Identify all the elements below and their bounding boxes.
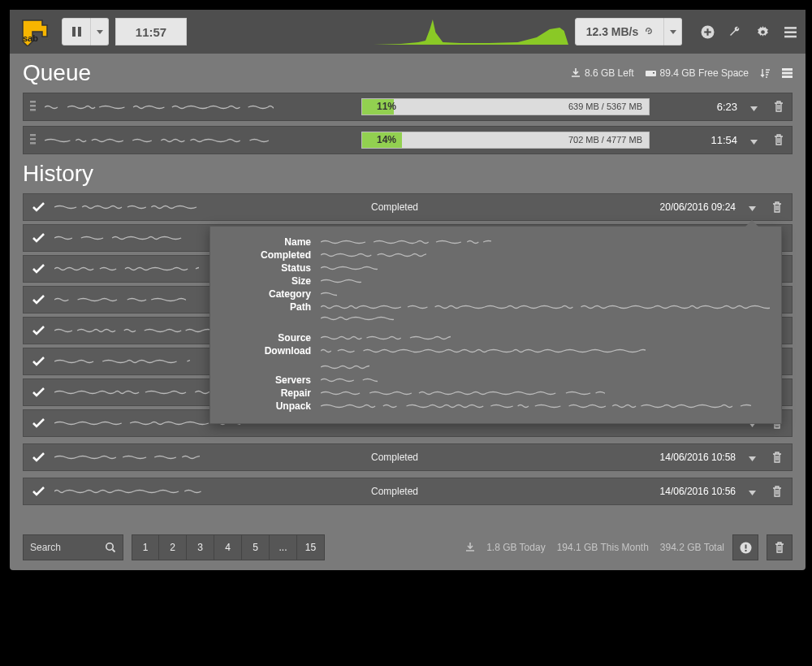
history-item-date: 14/06/2016 10:56 xyxy=(660,486,736,497)
speed-limit-group: 12.3 MB/s xyxy=(575,18,682,45)
check-icon xyxy=(32,484,46,499)
speed-limit-dropdown[interactable] xyxy=(664,18,682,45)
footer-stats: 1.8 GB Today 194.1 GB This Month 394.2 G… xyxy=(465,542,724,553)
clear-history-icon[interactable] xyxy=(767,534,793,560)
svg-point-6 xyxy=(761,30,765,34)
svg-rect-24 xyxy=(745,550,746,551)
page-button[interactable]: 3 xyxy=(187,534,214,560)
speed-limit-button[interactable]: 12.3 MB/s xyxy=(575,18,664,45)
warning-icon[interactable] xyxy=(732,534,758,560)
progress-percent: 11% xyxy=(377,101,396,112)
sort-icon[interactable] xyxy=(760,68,771,79)
history-item-status: Completed xyxy=(371,201,469,213)
page-button[interactable]: 5 xyxy=(242,534,270,560)
view-toggle-icon[interactable] xyxy=(782,68,793,78)
gear-icon[interactable] xyxy=(755,24,770,39)
history-item-status: Completed xyxy=(371,486,469,497)
footer: Search 12345...15 1.8 GB Today 194.1 GB … xyxy=(10,526,806,570)
row-expand-icon[interactable] xyxy=(749,452,758,462)
drag-handle-icon[interactable] xyxy=(30,101,37,114)
row-expand-icon[interactable] xyxy=(749,487,758,496)
page-button[interactable]: ... xyxy=(270,534,297,560)
check-icon xyxy=(32,292,46,307)
queue-row[interactable]: 11% 639 MB / 5367 MB 6:23 xyxy=(23,93,793,121)
pause-button[interactable] xyxy=(62,18,91,45)
check-icon xyxy=(32,450,46,465)
detail-value xyxy=(321,275,770,287)
queue-list: 11% 639 MB / 5367 MB 6:23 14% 702 MB / 4… xyxy=(10,93,806,154)
history-item-name xyxy=(54,452,363,463)
page-button[interactable]: 2 xyxy=(159,534,187,560)
page-button[interactable]: 15 xyxy=(297,534,325,560)
history-item-date: 14/06/2016 10:58 xyxy=(660,452,736,463)
detail-value xyxy=(321,374,770,386)
app-logo: sab xyxy=(18,17,55,46)
svg-rect-9 xyxy=(784,35,797,37)
history-list: Completed 20/06/2016 09:24 xyxy=(10,193,806,513)
queue-free-space: 89.4 GB Free Space xyxy=(646,67,749,79)
delete-icon[interactable] xyxy=(773,101,785,113)
progress-percent: 14% xyxy=(377,134,396,145)
progress-text: 702 MB / 4777 MB xyxy=(568,135,642,145)
svg-rect-8 xyxy=(784,31,797,33)
history-row[interactable]: Completed 20/06/2016 09:24 xyxy=(23,193,793,221)
drag-handle-icon[interactable] xyxy=(30,134,37,147)
detail-value xyxy=(321,332,770,344)
svg-rect-15 xyxy=(30,101,36,103)
check-icon xyxy=(32,385,46,400)
detail-value xyxy=(321,400,770,412)
check-icon xyxy=(32,323,46,338)
page-button[interactable]: 4 xyxy=(214,534,242,560)
wrench-icon[interactable] xyxy=(728,24,742,39)
svg-point-21 xyxy=(106,543,113,550)
progress-text: 639 MB / 5367 MB xyxy=(568,102,642,111)
svg-rect-12 xyxy=(782,68,793,71)
detail-label: Status xyxy=(222,262,311,274)
svg-rect-20 xyxy=(30,142,36,145)
history-item-date: 20/06/2016 09:24 xyxy=(660,201,736,213)
queue-eta: 6:23 xyxy=(693,101,737,113)
pause-options-dropdown[interactable] xyxy=(91,18,109,45)
history-row[interactable]: Completed 14/06/2016 10:58 xyxy=(23,443,793,471)
history-details-panel: NameCompletedStatusSizeCategoryPathSourc… xyxy=(209,226,782,424)
detail-label: Category xyxy=(222,288,311,300)
delete-icon[interactable] xyxy=(771,486,784,498)
history-section-header: History xyxy=(10,154,806,193)
delete-icon[interactable] xyxy=(771,452,784,464)
svg-rect-19 xyxy=(30,138,36,141)
row-expand-icon[interactable] xyxy=(749,202,758,212)
queue-row[interactable]: 14% 702 MB / 4777 MB 11:54 xyxy=(23,126,793,154)
check-icon xyxy=(32,354,46,369)
search-icon xyxy=(105,542,116,553)
delete-icon[interactable] xyxy=(773,134,785,146)
svg-rect-16 xyxy=(30,105,36,107)
history-item-name xyxy=(54,201,363,213)
detail-value xyxy=(321,262,770,274)
delete-icon[interactable] xyxy=(771,201,784,214)
add-icon[interactable] xyxy=(700,24,715,39)
svg-rect-13 xyxy=(782,72,793,75)
svg-rect-7 xyxy=(784,27,797,29)
page-button[interactable]: 1 xyxy=(132,534,159,560)
queue-section-header: Queue 8.6 GB Left 89.4 GB Free Space xyxy=(10,54,806,93)
history-row[interactable]: Completed 14/06/2016 10:56 xyxy=(23,478,793,505)
queue-item-name xyxy=(45,102,353,113)
check-icon xyxy=(32,262,46,276)
row-expand-icon[interactable] xyxy=(750,136,760,145)
svg-rect-5 xyxy=(704,31,711,32)
search-input[interactable]: Search xyxy=(23,534,123,560)
time-remaining-button[interactable]: 11:57 xyxy=(115,18,187,45)
queue-title: Queue xyxy=(23,60,91,86)
svg-rect-18 xyxy=(30,134,36,136)
history-item-name xyxy=(54,486,363,497)
header-icon-bar xyxy=(700,24,797,39)
check-icon xyxy=(32,231,46,245)
row-expand-icon[interactable] xyxy=(750,102,760,112)
detail-value xyxy=(321,288,770,300)
svg-text:sab: sab xyxy=(23,33,38,43)
detail-label: Servers xyxy=(222,374,311,386)
speed-graph xyxy=(374,18,568,45)
history-title: History xyxy=(23,161,93,187)
menu-icon[interactable] xyxy=(783,24,797,39)
detail-label: Completed xyxy=(222,249,311,261)
